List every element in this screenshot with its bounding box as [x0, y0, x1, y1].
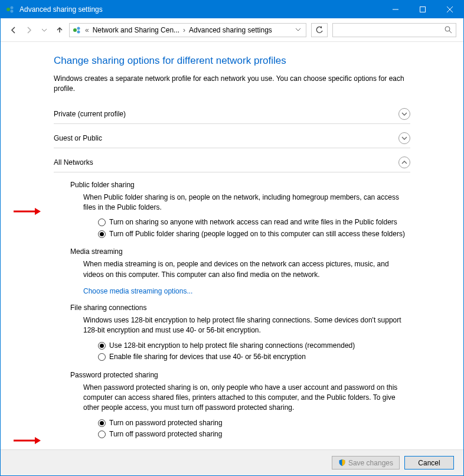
radio-label: Turn on password protected sharing	[109, 418, 223, 428]
section-title-public: Public folder sharing	[70, 181, 410, 189]
svg-point-2	[11, 10, 14, 13]
svg-point-0	[6, 8, 10, 11]
breadcrumb-item-network[interactable]: Network and Sharing Cen...	[93, 26, 179, 34]
radio-icon	[98, 342, 106, 350]
save-label: Save changes	[348, 459, 393, 467]
section-desc-media: When media streaming is on, people and d…	[83, 259, 410, 280]
app-icon	[5, 5, 15, 14]
section-media-streaming: Media streaming When media streaming is …	[54, 247, 410, 295]
window-title: Advanced sharing settings	[19, 5, 382, 14]
search-input[interactable]	[332, 23, 456, 37]
page-heading: Change sharing options for different net…	[54, 55, 410, 67]
refresh-button[interactable]	[311, 23, 328, 37]
annotation-arrow-icon	[14, 207, 41, 216]
profile-guest-header[interactable]: Guest or Public	[54, 129, 410, 148]
uac-shield-icon	[338, 459, 346, 467]
radio-label: Use 128-bit encryption to help protect f…	[109, 341, 355, 351]
up-button[interactable]	[54, 24, 66, 36]
annotation-arrow-icon	[14, 436, 41, 445]
radio-icon	[98, 230, 106, 238]
svg-point-1	[11, 6, 14, 9]
minimize-button[interactable]	[382, 1, 409, 18]
save-changes-button[interactable]: Save changes	[332, 456, 400, 470]
section-title-password: Password protected sharing	[70, 371, 410, 379]
svg-point-8	[77, 27, 80, 30]
profile-all-label: All Networks	[54, 158, 398, 167]
section-desc-public: When Public folder sharing is on, people…	[83, 193, 410, 213]
recent-dropdown-icon[interactable]	[38, 24, 50, 36]
network-sharing-icon	[72, 25, 81, 35]
section-password: Password protected sharing When password…	[54, 371, 410, 440]
radio-enc-128[interactable]: Use 128-bit encryption to help protect f…	[98, 341, 410, 351]
search-icon	[445, 26, 452, 34]
forward-button[interactable]	[23, 24, 35, 36]
breadcrumb-prefix: «	[84, 26, 90, 34]
maximize-button[interactable]	[409, 1, 436, 18]
button-bar: Save changes Cancel	[1, 449, 463, 475]
radio-label: Turn on sharing so anyone with network a…	[109, 217, 397, 227]
section-desc-fileshare: Windows uses 128-bit encryption to help …	[83, 315, 410, 336]
content-pane: Change sharing options for different net…	[1, 42, 463, 449]
radio-label: Enable file sharing for devices that use…	[109, 352, 306, 362]
radio-pw-on[interactable]: Turn on password protected sharing	[98, 418, 410, 428]
profile-private-label: Private (current profile)	[54, 110, 398, 118]
section-title-fileshare: File sharing connections	[70, 304, 410, 312]
link-media-options[interactable]: Choose media streaming options...	[83, 287, 192, 295]
svg-point-10	[445, 27, 450, 31]
close-button[interactable]	[436, 1, 463, 18]
svg-point-7	[73, 28, 77, 32]
svg-line-11	[449, 31, 452, 33]
radio-pw-off[interactable]: Turn off password protected sharing	[98, 429, 410, 439]
cancel-label: Cancel	[418, 459, 440, 467]
svg-point-9	[77, 30, 80, 33]
radio-label: Turn off password protected sharing	[109, 429, 222, 439]
section-desc-password: When password protected sharing is on, o…	[83, 383, 410, 413]
back-button[interactable]	[8, 24, 19, 36]
section-file-sharing: File sharing connections Windows uses 12…	[54, 304, 410, 363]
radio-icon	[98, 219, 106, 226]
section-title-media: Media streaming	[70, 247, 410, 256]
chevron-down-icon	[398, 108, 410, 120]
chevron-down-icon	[398, 132, 410, 144]
radio-icon	[98, 353, 106, 361]
radio-label: Turn off Public folder sharing (people l…	[109, 229, 405, 239]
explorer-toolbar: « Network and Sharing Cen... › Advanced …	[1, 18, 463, 42]
radio-public-off[interactable]: Turn off Public folder sharing (people l…	[98, 229, 410, 239]
page-intro: Windows creates a separate network profi…	[54, 74, 410, 94]
address-bar[interactable]: « Network and Sharing Cen... › Advanced …	[69, 23, 306, 37]
title-bar[interactable]: Advanced sharing settings	[1, 1, 463, 18]
chevron-up-icon	[398, 157, 410, 168]
cancel-button[interactable]: Cancel	[404, 456, 454, 470]
section-public-folder: Public folder sharing When Public folder…	[54, 181, 410, 240]
profile-guest-label: Guest or Public	[54, 134, 398, 142]
radio-public-on[interactable]: Turn on sharing so anyone with network a…	[98, 217, 410, 227]
radio-icon	[98, 419, 106, 427]
svg-rect-4	[420, 7, 426, 12]
breadcrumb-item-advanced[interactable]: Advanced sharing settings	[189, 26, 272, 34]
address-dropdown-icon[interactable]	[293, 26, 303, 34]
profile-private-header[interactable]: Private (current profile)	[54, 105, 410, 124]
radio-enc-40[interactable]: Enable file sharing for devices that use…	[98, 352, 410, 362]
svg-marker-15	[35, 437, 41, 444]
radio-icon	[98, 431, 106, 438]
svg-marker-13	[35, 208, 41, 215]
profile-allnetworks-header[interactable]: All Networks	[54, 153, 410, 172]
chevron-right-icon: ›	[182, 26, 187, 34]
